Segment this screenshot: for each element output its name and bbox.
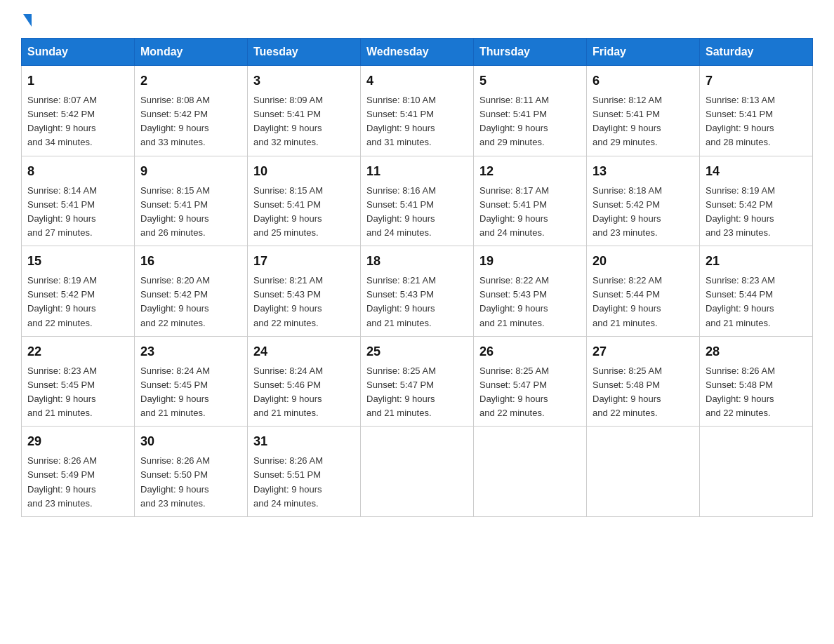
calendar-cell: 14 Sunrise: 8:19 AMSunset: 5:42 PMDaylig…	[700, 156, 813, 246]
day-number: 21	[706, 252, 807, 271]
day-number: 8	[27, 162, 128, 181]
day-number: 30	[140, 432, 241, 451]
calendar-cell: 25 Sunrise: 8:25 AMSunset: 5:47 PMDaylig…	[361, 336, 474, 427]
day-info: Sunrise: 8:24 AMSunset: 5:46 PMDaylight:…	[253, 364, 355, 421]
day-info: Sunrise: 8:25 AMSunset: 5:47 PMDaylight:…	[479, 364, 581, 421]
calendar-cell: 5 Sunrise: 8:11 AMSunset: 5:41 PMDayligh…	[474, 66, 587, 156]
day-info: Sunrise: 8:15 AMSunset: 5:41 PMDaylight:…	[140, 184, 241, 241]
day-info: Sunrise: 8:09 AMSunset: 5:41 PMDaylight:…	[253, 93, 355, 150]
day-info: Sunrise: 8:19 AMSunset: 5:42 PMDaylight:…	[27, 274, 128, 330]
day-info: Sunrise: 8:22 AMSunset: 5:43 PMDaylight:…	[479, 274, 581, 330]
day-info: Sunrise: 8:25 AMSunset: 5:47 PMDaylight:…	[366, 364, 468, 421]
weekday-header-saturday: Saturday	[700, 39, 813, 66]
day-number: 13	[593, 162, 694, 181]
day-number: 4	[366, 72, 468, 90]
calendar-cell: 23 Sunrise: 8:24 AMSunset: 5:45 PMDaylig…	[135, 336, 248, 427]
calendar-cell: 1 Sunrise: 8:07 AMSunset: 5:42 PMDayligh…	[22, 66, 135, 156]
logo-arrow-icon	[23, 14, 32, 27]
day-number: 2	[140, 72, 241, 90]
calendar-cell: 13 Sunrise: 8:18 AMSunset: 5:42 PMDaylig…	[587, 156, 700, 246]
calendar-cell: 26 Sunrise: 8:25 AMSunset: 5:47 PMDaylig…	[474, 336, 587, 427]
day-number: 19	[479, 252, 581, 271]
day-number: 3	[253, 72, 355, 90]
day-number: 17	[253, 252, 355, 271]
calendar-cell: 31 Sunrise: 8:26 AMSunset: 5:51 PMDaylig…	[248, 427, 361, 517]
page-header	[21, 14, 813, 24]
week-row-4: 22 Sunrise: 8:23 AMSunset: 5:45 PMDaylig…	[22, 336, 813, 427]
day-number: 25	[366, 342, 468, 361]
day-info: Sunrise: 8:23 AMSunset: 5:45 PMDaylight:…	[27, 364, 128, 421]
day-info: Sunrise: 8:08 AMSunset: 5:42 PMDaylight:…	[140, 93, 241, 150]
calendar-cell	[474, 427, 587, 517]
calendar-cell: 3 Sunrise: 8:09 AMSunset: 5:41 PMDayligh…	[248, 66, 361, 156]
day-number: 7	[706, 72, 807, 90]
day-info: Sunrise: 8:14 AMSunset: 5:41 PMDaylight:…	[27, 184, 128, 241]
calendar-cell	[361, 427, 474, 517]
day-number: 20	[593, 252, 694, 271]
calendar-cell: 22 Sunrise: 8:23 AMSunset: 5:45 PMDaylig…	[22, 336, 135, 427]
day-info: Sunrise: 8:17 AMSunset: 5:41 PMDaylight:…	[479, 184, 581, 241]
calendar-cell: 17 Sunrise: 8:21 AMSunset: 5:43 PMDaylig…	[248, 246, 361, 337]
week-row-1: 1 Sunrise: 8:07 AMSunset: 5:42 PMDayligh…	[22, 66, 813, 156]
day-number: 26	[479, 342, 581, 361]
day-number: 12	[479, 162, 581, 181]
weekday-header-wednesday: Wednesday	[361, 39, 474, 66]
day-info: Sunrise: 8:21 AMSunset: 5:43 PMDaylight:…	[253, 274, 355, 330]
day-number: 11	[366, 162, 468, 181]
day-number: 1	[27, 72, 128, 90]
calendar-cell: 9 Sunrise: 8:15 AMSunset: 5:41 PMDayligh…	[135, 156, 248, 246]
day-number: 24	[253, 342, 355, 361]
calendar-cell: 16 Sunrise: 8:20 AMSunset: 5:42 PMDaylig…	[135, 246, 248, 337]
calendar-cell: 27 Sunrise: 8:25 AMSunset: 5:48 PMDaylig…	[587, 336, 700, 427]
calendar-cell: 11 Sunrise: 8:16 AMSunset: 5:41 PMDaylig…	[361, 156, 474, 246]
calendar-cell	[587, 427, 700, 517]
week-row-2: 8 Sunrise: 8:14 AMSunset: 5:41 PMDayligh…	[22, 156, 813, 246]
day-number: 15	[27, 252, 128, 271]
day-info: Sunrise: 8:25 AMSunset: 5:48 PMDaylight:…	[593, 364, 694, 421]
day-info: Sunrise: 8:26 AMSunset: 5:50 PMDaylight:…	[140, 454, 241, 511]
day-info: Sunrise: 8:19 AMSunset: 5:42 PMDaylight:…	[706, 184, 807, 241]
calendar-cell: 18 Sunrise: 8:21 AMSunset: 5:43 PMDaylig…	[361, 246, 474, 337]
day-number: 23	[140, 342, 241, 361]
day-info: Sunrise: 8:21 AMSunset: 5:43 PMDaylight:…	[366, 274, 468, 330]
calendar-cell: 8 Sunrise: 8:14 AMSunset: 5:41 PMDayligh…	[22, 156, 135, 246]
calendar-cell: 7 Sunrise: 8:13 AMSunset: 5:41 PMDayligh…	[700, 66, 813, 156]
day-info: Sunrise: 8:20 AMSunset: 5:42 PMDaylight:…	[140, 274, 241, 330]
day-number: 28	[706, 342, 807, 361]
calendar-cell: 20 Sunrise: 8:22 AMSunset: 5:44 PMDaylig…	[587, 246, 700, 337]
calendar-cell: 10 Sunrise: 8:15 AMSunset: 5:41 PMDaylig…	[248, 156, 361, 246]
day-number: 6	[593, 72, 694, 90]
calendar-cell: 2 Sunrise: 8:08 AMSunset: 5:42 PMDayligh…	[135, 66, 248, 156]
calendar-cell: 24 Sunrise: 8:24 AMSunset: 5:46 PMDaylig…	[248, 336, 361, 427]
day-number: 16	[140, 252, 241, 271]
day-info: Sunrise: 8:15 AMSunset: 5:41 PMDaylight:…	[253, 184, 355, 241]
calendar-cell	[700, 427, 813, 517]
logo	[21, 14, 32, 24]
day-info: Sunrise: 8:10 AMSunset: 5:41 PMDaylight:…	[366, 93, 468, 150]
day-info: Sunrise: 8:16 AMSunset: 5:41 PMDaylight:…	[366, 184, 468, 241]
calendar-cell: 21 Sunrise: 8:23 AMSunset: 5:44 PMDaylig…	[700, 246, 813, 337]
calendar-cell: 28 Sunrise: 8:26 AMSunset: 5:48 PMDaylig…	[700, 336, 813, 427]
day-info: Sunrise: 8:23 AMSunset: 5:44 PMDaylight:…	[706, 274, 807, 330]
weekday-header-sunday: Sunday	[22, 39, 135, 66]
weekday-header-thursday: Thursday	[474, 39, 587, 66]
day-number: 14	[706, 162, 807, 181]
calendar-cell: 12 Sunrise: 8:17 AMSunset: 5:41 PMDaylig…	[474, 156, 587, 246]
calendar-cell: 4 Sunrise: 8:10 AMSunset: 5:41 PMDayligh…	[361, 66, 474, 156]
day-info: Sunrise: 8:11 AMSunset: 5:41 PMDaylight:…	[479, 93, 581, 150]
day-number: 18	[366, 252, 468, 271]
day-number: 31	[253, 432, 355, 451]
day-number: 27	[593, 342, 694, 361]
calendar-cell: 6 Sunrise: 8:12 AMSunset: 5:41 PMDayligh…	[587, 66, 700, 156]
weekday-header-tuesday: Tuesday	[248, 39, 361, 66]
day-info: Sunrise: 8:07 AMSunset: 5:42 PMDaylight:…	[27, 93, 128, 150]
week-row-3: 15 Sunrise: 8:19 AMSunset: 5:42 PMDaylig…	[22, 246, 813, 337]
weekday-header-friday: Friday	[587, 39, 700, 66]
day-info: Sunrise: 8:12 AMSunset: 5:41 PMDaylight:…	[593, 93, 694, 150]
day-info: Sunrise: 8:24 AMSunset: 5:45 PMDaylight:…	[140, 364, 241, 421]
calendar-cell: 15 Sunrise: 8:19 AMSunset: 5:42 PMDaylig…	[22, 246, 135, 337]
day-number: 9	[140, 162, 241, 181]
weekday-header-monday: Monday	[135, 39, 248, 66]
day-info: Sunrise: 8:26 AMSunset: 5:49 PMDaylight:…	[27, 454, 128, 511]
calendar-cell: 29 Sunrise: 8:26 AMSunset: 5:49 PMDaylig…	[22, 427, 135, 517]
